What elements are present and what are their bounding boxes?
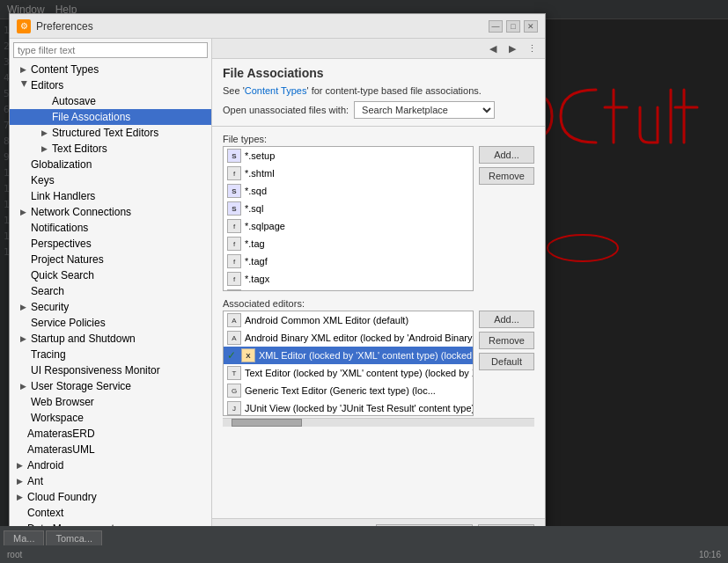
file-icon: f [227,219,241,233]
tree-item-text-editors[interactable]: ▶ Text Editors [10,141,211,157]
tree-item-quick-search[interactable]: ▶ Quick Search [10,267,211,283]
tree-item-context[interactable]: ▶ Context [10,505,211,521]
tree-item-ameteras-uml[interactable]: ▶ AmaterasUML [10,442,211,457]
tree-arrow-user-storage: ▶ [20,382,29,391]
list-item[interactable]: f *.tagx [224,270,473,288]
list-item[interactable]: S *.sqd [224,182,473,200]
tree-item-file-associations[interactable]: ▶ File Associations [10,109,211,125]
right-header: File Associations See 'Content Types' fo… [212,59,545,127]
horizontal-scrollbar[interactable] [223,418,534,427]
tree-label-text-editors: Text Editors [52,143,107,155]
file-icon: f [227,272,241,286]
associated-editors-list[interactable]: A Android Common XML Editor (default) A … [223,311,474,416]
tree-label-cloud-foundry: Cloud Foundry [27,491,97,503]
file-icon: S [227,149,241,163]
tree-item-content-types[interactable]: ▶ Content Types [10,62,211,77]
back-toolbar-icon[interactable]: ◀ [485,40,501,56]
tree-item-service-policies[interactable]: ▶ Service Policies [10,315,211,331]
forward-toolbar-icon[interactable]: ▶ [504,40,520,56]
tree-label-android: Android [27,459,63,472]
file-icon: S [227,184,241,198]
assoc-item-generic-text[interactable]: G Generic Text Editor (Generic text type… [224,382,473,399]
tree-label-ui-responsiveness: UI Responsiveness Monitor [31,364,160,377]
tree-item-search[interactable]: ▶ Search [10,283,211,299]
remove-file-type-button[interactable]: Remove [479,167,534,185]
file-icon: f [227,254,241,268]
add-file-type-button[interactable]: Add... [479,146,534,164]
associated-editors-row: A Android Common XML Editor (default) A … [223,311,534,416]
tree-item-ui-responsiveness[interactable]: ▶ UI Responsiveness Monitor [10,362,211,378]
tree-item-security[interactable]: ▶ Security [10,299,211,315]
tree-item-web-browser[interactable]: ▶ Web Browser [10,394,211,410]
assoc-item-junit[interactable]: J JUnit View (locked by 'JUnit Test Resu… [224,399,473,416]
tab-tomca[interactable]: Tomca... [46,530,102,545]
tree-label-perspectives: Perspectives [31,238,92,250]
tree-label-notifications: Notifications [31,222,88,234]
tree-item-network-connections[interactable]: ▶ Network Connections [10,204,211,220]
associated-editors-buttons: Add... Remove Default [479,311,534,416]
tree-item-cloud-foundry[interactable]: ▶ Cloud Foundry [10,489,211,505]
tree-item-startup-shutdown[interactable]: ▶ Startup and Shutdown [10,331,211,347]
tree-label-startup: Startup and Shutdown [31,333,136,345]
content-types-link[interactable]: Content Types [245,85,307,96]
minimize-button[interactable]: — [489,20,503,33]
editor-icon: G [227,384,241,398]
tree-item-editors[interactable]: ▶ Editors [10,77,211,93]
tree-item-keys[interactable]: ▶ Keys [10,172,211,188]
add-assoc-button[interactable]: Add... [479,311,534,328]
list-item[interactable]: S *.setup [224,147,473,165]
tree-item-project-natures[interactable]: ▶ Project Natures [10,252,211,267]
tree-item-notifications[interactable]: ▶ Notifications [10,220,211,236]
tree-arrow-security: ▶ [20,303,29,311]
list-item[interactable]: f *.shtml [224,165,473,182]
tree-arrow: ▶ [20,65,29,74]
tree-item-ameteras-erd[interactable]: ▶ AmaterasERD [10,426,211,442]
maximize-button[interactable]: □ [506,20,520,33]
tree-item-link-handlers[interactable]: ▶ Link Handlers [10,188,211,204]
file-types-list[interactable]: S *.setup f *.shtml S *.sqd [223,146,474,291]
list-item[interactable]: f *.sqlpage [224,217,473,235]
preferences-icon: ⚙ [17,19,31,33]
dialog-window-controls: — □ ✕ [489,20,538,33]
default-button[interactable]: Default [479,353,534,370]
list-item[interactable]: S *.sql [224,200,473,217]
tree-item-perspectives[interactable]: ▶ Perspectives [10,236,211,252]
tree-item-globalization[interactable]: ▶ Globalization [10,157,211,172]
page-title: File Associations [223,66,534,80]
close-button[interactable]: ✕ [524,20,538,33]
tab-ma[interactable]: Ma... [4,530,44,545]
editor-icon: J [227,401,241,415]
tree-label-ant: Ant [27,475,43,487]
open-unassociated-dropdown[interactable]: Search Marketplace [354,101,495,119]
tree-item-tracing[interactable]: ▶ Tracing [10,347,211,362]
file-icon: f [227,237,241,251]
list-item[interactable]: f *.tag [224,235,473,252]
assoc-item-text-editor[interactable]: T Text Editor (locked by 'XML' content t… [224,364,473,382]
list-item[interactable]: f *.trace [224,288,473,291]
tree-item-autosave[interactable]: ▶ Autosave [10,93,211,109]
tree-item-structured-text[interactable]: ▶ Structured Text Editors [10,125,211,141]
tree-arrow-android: ▶ [17,461,26,470]
assoc-item-xml-editor[interactable]: ✓ X XML Editor (locked by 'XML' content … [224,347,473,364]
status-bar: root 10:16 [0,545,728,563]
tree-label-security: Security [31,301,69,313]
tree-item-ant[interactable]: ▶ Ant [10,473,211,489]
left-panel: ▶ Content Types ▶ Editors ▶ Autosave [10,39,212,549]
tree-label-search: Search [31,285,64,297]
menu-toolbar-icon[interactable]: ⋮ [524,40,540,56]
tree-item-workspace[interactable]: ▶ Workspace [10,410,211,426]
assoc-item-android-common[interactable]: A Android Common XML Editor (default) [224,311,473,329]
file-icon: S [227,201,241,216]
tree-item-android[interactable]: ▶ Android [10,457,211,473]
open-unassociated-label: Open unassociated files with: [223,105,349,115]
remove-assoc-button[interactable]: Remove [479,332,534,349]
list-item[interactable]: f *.tagf [224,252,473,270]
tree-label-service-policies: Service Policies [31,317,106,329]
assoc-item-android-binary[interactable]: A Android Binary XML editor (locked by '… [224,329,473,347]
tree-item-user-storage[interactable]: ▶ User Storage Service [10,378,211,394]
tree-label-context: Context [27,507,63,519]
file-types-buttons: Add... Remove [479,146,534,291]
right-panel: ◀ ▶ ⋮ File Associations See 'Content Typ… [212,39,545,549]
filter-input[interactable] [13,42,208,58]
associated-editors-section: Associated editors: A Android Common XML… [223,298,534,427]
